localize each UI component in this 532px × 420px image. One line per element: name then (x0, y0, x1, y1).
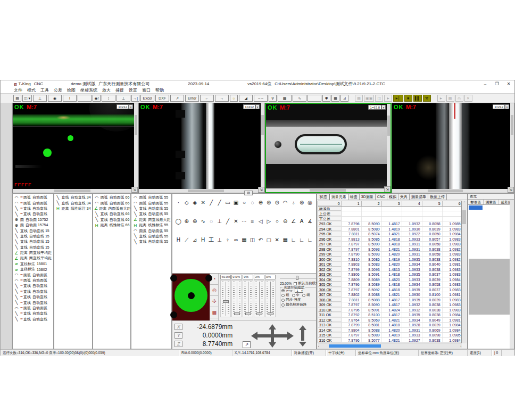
menu-item-公差[interactable]: 公差 (54, 87, 62, 93)
chevron-down-icon[interactable]: ▾ (255, 104, 260, 109)
pause-button[interactable]: ▌▌ (413, 95, 422, 102)
tool-icon[interactable]: ◯ (174, 218, 182, 225)
fine-radio[interactable] (302, 294, 305, 297)
tool-icon[interactable]: ◈ (191, 199, 198, 206)
close-button[interactable]: ✕ (503, 80, 514, 87)
tool-icon[interactable]: ◌ (248, 199, 256, 206)
tool-icon[interactable]: ◇ (183, 199, 190, 206)
tool-icon[interactable]: ∟ (290, 236, 297, 243)
table-row[interactable]: 295 OK7.88118.50741.48211.09220.80501.09… (318, 232, 461, 237)
minimize-button[interactable]: – (479, 80, 491, 87)
light-slider[interactable]: 0% (265, 275, 276, 319)
column-header[interactable]: 0 (318, 201, 342, 206)
blank-button[interactable] (78, 95, 92, 102)
chevron-down-icon[interactable]: ▾ (505, 104, 509, 109)
tool-icon[interactable]: ✕ (232, 218, 240, 225)
tab-测量清单[interactable]: 测量清单 (410, 194, 428, 200)
list-item[interactable]: ╲直线自动直线 15 (13, 245, 53, 250)
table-row[interactable]: 313 OK7.87998.50811.48181.09280.80391.09… (318, 323, 461, 328)
slider-handle[interactable] (256, 312, 262, 315)
mid-radio[interactable] (292, 294, 295, 297)
jog-arrows[interactable] (251, 324, 310, 350)
table-row[interactable]: 296 OK7.88138.50861.48181.09330.80571.09… (318, 237, 461, 242)
light-slider[interactable]: 0.0% (231, 275, 242, 319)
tool-icon[interactable]: ▣ (232, 199, 240, 206)
tool-icon[interactable]: H (200, 236, 207, 243)
list-item[interactable]: ⌀直径标注15802 (13, 267, 53, 272)
list-item[interactable]: ∠距离两直线平均距 (13, 250, 53, 256)
list-item[interactable]: ◠圆弧自动圆弧 66 (93, 195, 131, 200)
checker-button[interactable]: ▩ (278, 95, 292, 102)
chart-button[interactable]: ⊿ (340, 95, 348, 102)
element-tab[interactable]: 图元 (468, 194, 514, 200)
table-row[interactable]: 316 OK7.87968.50771.48211.09270.80381.09… (318, 338, 461, 343)
tool-icon[interactable]: ∠ (290, 218, 297, 225)
zoom-ratio-value[interactable]: 1=212 (117, 104, 129, 109)
table-row[interactable]: 294 OK7.88018.50801.48191.09300.80391.09… (318, 227, 461, 232)
resize-grip-icon[interactable]: ⇲ (131, 187, 138, 193)
menu-item-窗口[interactable]: 窗口 (142, 87, 151, 93)
list-item[interactable]: H距离线性标注 34 (54, 206, 92, 211)
menu-item-模式[interactable]: 模式 (27, 87, 36, 93)
tab-绘图[interactable]: 绘图 (348, 194, 360, 200)
zoom-ratio-value[interactable]: 1=212 (243, 104, 255, 109)
tab-夹具[interactable]: 夹具 (398, 194, 410, 200)
play-end-button[interactable]: ►▏ (393, 95, 403, 102)
list-item[interactable]: ╲直线自动直线 55 (131, 206, 171, 211)
ibeam-button[interactable]: I (63, 95, 77, 102)
tool-icon[interactable]: ○ (273, 218, 281, 225)
tab-3D测量[interactable]: 3D测量 (360, 194, 376, 200)
table-row[interactable]: 300 OK7.88108.50861.48191.09350.80381.09… (318, 257, 461, 262)
table-row[interactable]: 314 OK7.88048.50881.48201.09310.80691.09… (318, 328, 461, 333)
list-item[interactable]: ◠圆弧自动圆弧 55 (131, 200, 171, 205)
list-item[interactable]: ◠圆弧自动圆弧 55 (131, 195, 171, 200)
tool-icon[interactable]: H (174, 236, 182, 243)
plot-button[interactable]: ↗ (243, 341, 251, 348)
camera-hscrollbar[interactable] (139, 189, 261, 193)
camera-hscrollbar[interactable] (13, 189, 134, 193)
list-item[interactable]: ╲***直线自动直线 (13, 206, 53, 211)
tool-icon[interactable]: ✕ (200, 199, 207, 206)
close-file-button[interactable]: ✕ (464, 95, 472, 102)
list-item[interactable]: ╲直线自动直线 55 (131, 211, 171, 217)
camera-vscrollbar[interactable] (387, 104, 390, 188)
camera-hscrollbar[interactable] (266, 188, 387, 192)
tool-icon[interactable]: ▢ (265, 236, 272, 243)
tab-测量元素[interactable]: 测量元素 (329, 194, 348, 200)
tool-icon[interactable]: ∡ (306, 218, 314, 225)
shield-button[interactable]: ◉ (48, 95, 62, 102)
tool-icon[interactable]: ∟ (306, 236, 314, 243)
tool-icon[interactable]: ▷ (265, 218, 272, 225)
list-item[interactable]: ╲直线自动直线 15 (13, 239, 53, 244)
tool-icon[interactable]: ⋯ (240, 218, 248, 225)
camera-hscrollbar[interactable] (392, 189, 510, 193)
slider-track[interactable] (254, 280, 264, 317)
table-row[interactable]: 299 OK7.87908.50931.48201.09310.80581.09… (318, 252, 461, 257)
list-item[interactable]: ⌀直径标注15801 (13, 261, 53, 267)
save-radio[interactable] (281, 289, 285, 292)
table-row[interactable]: 307 OK7.88028.50881.48211.09300.81001.09… (318, 292, 461, 298)
camera-vscrollbar[interactable] (261, 103, 264, 189)
blank2-button[interactable] (307, 95, 321, 102)
table-row[interactable]: 297 OK7.87978.50901.48181.09310.80581.09… (318, 242, 461, 247)
tool-icon[interactable]: ▦ (281, 236, 289, 243)
tool-icon[interactable]: ◎ (306, 199, 314, 206)
save3-button[interactable]: ▤ (446, 95, 454, 102)
list-item[interactable]: ╲直线自动直线 66 (93, 211, 131, 217)
tool-icon[interactable]: ✕ (273, 236, 281, 243)
table-row[interactable]: 306 OK7.87978.50921.48181.09350.80371.09… (318, 287, 461, 293)
list-item[interactable]: ⊕圆自动圆 15754 (13, 223, 53, 228)
list-item[interactable]: ╲***直线自动直线 (13, 289, 53, 294)
list-item[interactable]: ╲***直线自动直线 (13, 211, 53, 217)
tool-icon[interactable]: ╱ (216, 199, 223, 206)
tool-icon[interactable]: ╱ (207, 199, 215, 206)
arrow-right-button[interactable]: → (215, 95, 229, 102)
zoom-slider[interactable] (280, 276, 318, 280)
play2-button[interactable]: ► (437, 95, 445, 102)
table-row[interactable]: 315 OK7.87978.50891.48191.09330.80981.09… (318, 333, 461, 338)
camera-view-1[interactable]: OK M:7 FFFFF 1=212▾ ⇲ (12, 103, 138, 193)
column-header[interactable]: 2 (362, 201, 382, 206)
tab-模拟[interactable]: 模拟 (387, 194, 398, 200)
slider-track[interactable] (265, 280, 276, 317)
list-item[interactable]: ╲直线自动直线 15 (13, 228, 53, 233)
